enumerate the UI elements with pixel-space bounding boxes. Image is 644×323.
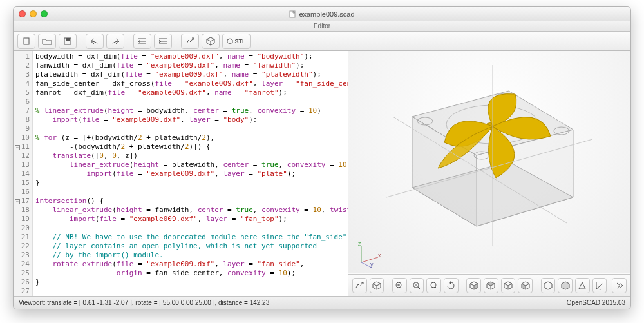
window-controls [19, 10, 48, 17]
svg-line-21 [401, 287, 403, 289]
titlebar: example009.scad [14, 7, 630, 21]
show-axes-button[interactable] [592, 278, 607, 293]
view-right-button[interactable] [466, 278, 481, 293]
window-title: example009.scad [19, 10, 625, 18]
zoom-window-button[interactable] [41, 10, 48, 17]
svg-rect-1 [24, 38, 29, 44]
svg-point-27 [431, 282, 436, 288]
save-file-button[interactable] [59, 34, 77, 49]
vt-preview-button[interactable] [352, 278, 367, 293]
perspective-button[interactable] [575, 278, 590, 293]
render-canvas[interactable] [348, 51, 630, 273]
axis-z-label: z [358, 240, 361, 247]
status-bar: Viewport: translate = [ 0.61 -1.31 -2.07… [14, 296, 630, 309]
reset-view-button[interactable] [444, 278, 459, 293]
axis-x-label: x [378, 252, 381, 259]
svg-line-28 [435, 287, 438, 289]
line-gutter: 12345678910−111213141516−171819202122232… [14, 51, 33, 296]
stl-label: STL [235, 38, 246, 44]
export-stl-button[interactable]: STL [222, 34, 251, 49]
unindent-button[interactable] [133, 34, 151, 49]
code-area[interactable]: bodywidth = dxf_dim(file = "example009.d… [33, 51, 348, 296]
close-window-button[interactable] [19, 10, 26, 17]
vt-render-button[interactable] [370, 278, 384, 293]
svg-rect-3 [66, 38, 70, 41]
svg-line-18 [361, 257, 378, 262]
status-right: OpenSCAD 2015.03 [567, 299, 625, 306]
indent-button[interactable] [154, 34, 172, 49]
window-title-text: example009.scad [299, 10, 354, 18]
viewer-toolbar [348, 274, 630, 296]
panel-title: Editor [14, 21, 630, 32]
zoom-out-button[interactable] [410, 278, 424, 293]
render-button[interactable] [202, 34, 220, 49]
view-top-button[interactable] [484, 278, 498, 293]
view-bottom-button[interactable] [501, 278, 516, 293]
undo-button[interactable] [86, 34, 104, 49]
editor-toolbar: STL [14, 32, 630, 51]
viewport-3d[interactable]: z x y [348, 51, 630, 296]
main-body: 12345678910−111213141516−171819202122232… [14, 51, 630, 296]
status-left: Viewport: translate = [ 0.61 -1.31 -2.07… [19, 299, 269, 306]
view-left-button[interactable] [518, 278, 533, 293]
preview-button[interactable] [181, 34, 199, 49]
open-file-button[interactable] [38, 34, 56, 49]
axis-y-label: y [370, 261, 374, 268]
code-editor[interactable]: 12345678910−111213141516−171819202122232… [14, 51, 348, 296]
model-icon [374, 65, 605, 259]
svg-line-31 [596, 289, 601, 289]
new-file-button[interactable] [17, 34, 35, 49]
more-button[interactable] [612, 278, 627, 293]
svg-line-29 [596, 284, 603, 289]
panel-title-text: Editor [314, 23, 330, 30]
zoom-in-button[interactable] [392, 278, 407, 293]
redo-button[interactable] [106, 34, 124, 49]
app-window: example009.scad Editor STL 12345678910−1… [13, 6, 631, 309]
document-icon [289, 10, 296, 17]
axes-gizmo: z x y [356, 242, 382, 268]
minimize-window-button[interactable] [30, 10, 37, 17]
zoom-fit-button[interactable] [426, 278, 441, 293]
view-front-button[interactable] [541, 278, 556, 293]
svg-line-25 [418, 287, 421, 289]
view-back-button[interactable] [558, 278, 573, 293]
